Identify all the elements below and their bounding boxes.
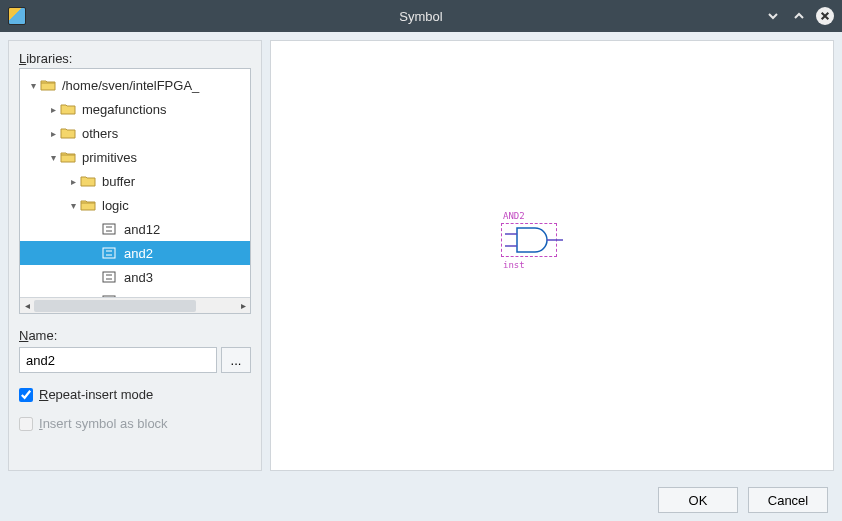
tree-item-label: /home/sven/intelFPGA_	[62, 78, 199, 93]
tree-item-label: and2	[124, 246, 153, 261]
svg-rect-2	[103, 272, 115, 282]
tree-item-and12[interactable]: and12	[20, 217, 250, 241]
symbol-preview[interactable]: AND2 inst	[270, 40, 834, 471]
symbol-and2[interactable]: AND2 inst	[501, 217, 563, 263]
folder-open-icon	[60, 150, 76, 164]
symbol-instance-label: inst	[503, 260, 525, 270]
close-icon[interactable]	[816, 7, 834, 25]
browse-button[interactable]: ...	[221, 347, 251, 373]
tree-item-and4[interactable]: and4	[20, 289, 250, 297]
symbol-icon	[102, 270, 118, 284]
symbol-type-label: AND2	[503, 211, 525, 221]
tree-h-scrollbar[interactable]: ◂ ▸	[20, 297, 250, 313]
title-bar: Symbol	[0, 0, 842, 32]
chevron-right-icon[interactable]: ▸	[46, 104, 60, 115]
insert-as-block-check	[19, 417, 33, 431]
minimize-icon[interactable]	[764, 7, 782, 25]
tree-item-buffer[interactable]: ▸ buffer	[20, 169, 250, 193]
tree-item-root[interactable]: ▾ /home/sven/intelFPGA_	[20, 73, 250, 97]
chevron-right-icon[interactable]: ▸	[66, 176, 80, 187]
svg-rect-0	[103, 224, 115, 234]
folder-open-icon	[40, 78, 56, 92]
libraries-tree: ▾ /home/sven/intelFPGA_ ▸ megafunctions	[19, 68, 251, 314]
tree-item-label: buffer	[102, 174, 135, 189]
maximize-icon[interactable]	[790, 7, 808, 25]
folder-icon	[60, 126, 76, 140]
insert-as-block-label: Insert symbol as block	[39, 416, 168, 431]
tree-item-primitives[interactable]: ▾ primitives	[20, 145, 250, 169]
folder-icon	[80, 174, 96, 188]
left-panel: Libraries: ▾ /home/sven/intelFPGA_ ▸	[8, 40, 262, 471]
repeat-insert-checkbox[interactable]: Repeat-insert mode	[19, 387, 251, 402]
insert-as-block-checkbox: Insert symbol as block	[19, 416, 251, 431]
tree-item-label: primitives	[82, 150, 137, 165]
chevron-down-icon[interactable]: ▾	[66, 200, 80, 211]
symbol-icon	[102, 222, 118, 236]
tree-item-logic[interactable]: ▾ logic	[20, 193, 250, 217]
cancel-button[interactable]: Cancel	[748, 487, 828, 513]
repeat-insert-check[interactable]	[19, 388, 33, 402]
folder-open-icon	[80, 198, 96, 212]
window-title: Symbol	[0, 9, 842, 24]
chevron-down-icon[interactable]: ▾	[46, 152, 60, 163]
tree-item-label: and12	[124, 222, 160, 237]
tree-item-label: megafunctions	[82, 102, 167, 117]
app-icon	[8, 7, 26, 25]
chevron-down-icon[interactable]: ▾	[26, 80, 40, 91]
symbol-icon	[102, 246, 118, 260]
tree-item-label: and3	[124, 270, 153, 285]
window-controls	[764, 7, 834, 25]
svg-rect-1	[103, 248, 115, 258]
repeat-insert-label: Repeat-insert mode	[39, 387, 153, 402]
ok-button[interactable]: OK	[658, 487, 738, 513]
chevron-right-icon[interactable]: ▸	[46, 128, 60, 139]
scroll-thumb[interactable]	[34, 300, 196, 312]
name-input[interactable]	[19, 347, 217, 373]
scroll-right-icon[interactable]: ▸	[236, 299, 250, 313]
libraries-label: Libraries:	[19, 51, 251, 66]
name-section: Name: ...	[19, 328, 251, 373]
tree-item-and3[interactable]: and3	[20, 265, 250, 289]
name-label: Name:	[19, 328, 251, 343]
tree-item-label: others	[82, 126, 118, 141]
tree-item-and2[interactable]: and2	[20, 241, 250, 265]
dialog-footer: OK Cancel	[0, 479, 842, 521]
folder-icon	[60, 102, 76, 116]
scroll-track[interactable]	[34, 299, 236, 313]
tree-item-megafunctions[interactable]: ▸ megafunctions	[20, 97, 250, 121]
scroll-left-icon[interactable]: ◂	[20, 299, 34, 313]
dialog-body: Libraries: ▾ /home/sven/intelFPGA_ ▸	[0, 32, 842, 479]
tree-item-others[interactable]: ▸ others	[20, 121, 250, 145]
tree-scroll-area[interactable]: ▾ /home/sven/intelFPGA_ ▸ megafunctions	[20, 69, 250, 297]
and-gate-icon	[505, 226, 563, 254]
tree-item-label: logic	[102, 198, 129, 213]
